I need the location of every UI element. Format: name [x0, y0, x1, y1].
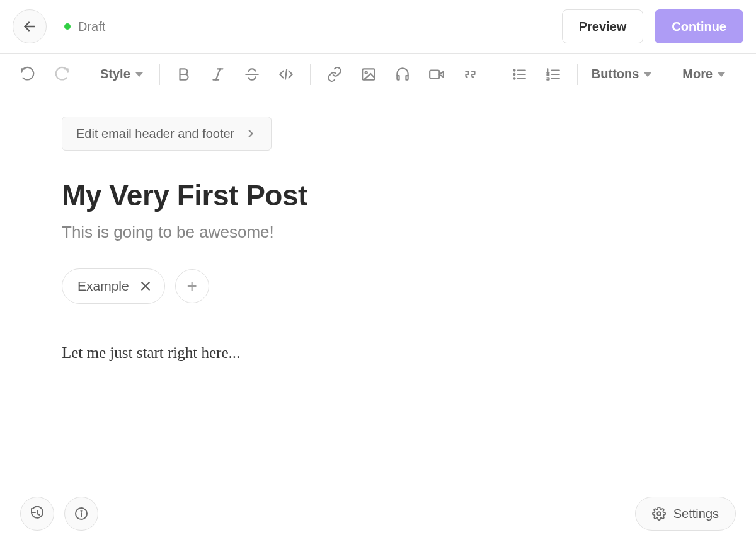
strikethrough-button[interactable]: [239, 62, 265, 87]
caret-down-icon: [644, 72, 651, 77]
numbered-list-icon: [545, 66, 561, 83]
image-icon: [360, 66, 377, 83]
toolbar-separator: [668, 64, 668, 85]
numbered-list-button[interactable]: [541, 62, 566, 87]
editor-toolbar: Style Buttons More: [0, 54, 756, 95]
chevron-right-icon: [244, 127, 257, 140]
arrow-left-icon: [21, 18, 38, 35]
undo-button[interactable]: [15, 62, 40, 87]
editor-content: Edit email header and footer My Very Fir…: [62, 95, 541, 542]
italic-icon: [210, 66, 226, 83]
status-dot-icon: [64, 23, 71, 30]
undo-icon: [20, 66, 36, 83]
post-body-input[interactable]: Let me just start right here...: [62, 340, 241, 366]
svg-point-12: [513, 78, 515, 79]
svg-line-3: [216, 69, 220, 79]
style-label: Style: [100, 67, 130, 81]
info-button[interactable]: [64, 497, 98, 531]
buttons-label: Buttons: [592, 67, 639, 81]
link-button[interactable]: [322, 62, 347, 87]
redo-icon: [54, 66, 70, 83]
svg-point-11: [513, 73, 515, 74]
settings-button[interactable]: Settings: [635, 497, 736, 531]
remove-tag-button[interactable]: [139, 280, 152, 292]
headphones-icon: [394, 66, 411, 83]
more-label: More: [682, 67, 713, 81]
code-icon: [278, 66, 294, 83]
more-dropdown[interactable]: More: [680, 67, 728, 81]
bold-icon: [176, 66, 192, 83]
redo-button[interactable]: [49, 62, 74, 87]
code-button[interactable]: [273, 62, 299, 87]
post-subtitle-input[interactable]: This is going to be awesome!: [62, 222, 541, 242]
body-text-content: Let me just start right here...: [62, 344, 240, 361]
svg-point-24: [657, 512, 661, 516]
history-icon: [30, 506, 45, 521]
svg-rect-8: [430, 70, 439, 78]
svg-line-5: [285, 69, 287, 79]
gear-icon: [652, 507, 666, 521]
history-button[interactable]: [20, 497, 54, 531]
email-hf-label: Edit email header and footer: [76, 127, 234, 141]
add-tag-button[interactable]: +: [175, 269, 209, 303]
tag-row: Example +: [62, 268, 541, 304]
audio-button[interactable]: [390, 62, 415, 87]
plus-icon: +: [187, 276, 197, 296]
settings-label: Settings: [673, 507, 719, 521]
continue-button[interactable]: Continue: [655, 9, 743, 43]
svg-point-10: [513, 69, 515, 71]
strikethrough-icon: [244, 66, 260, 83]
video-button[interactable]: [424, 62, 449, 87]
preview-button[interactable]: Preview: [562, 9, 644, 43]
svg-point-7: [365, 71, 367, 73]
toolbar-separator: [86, 64, 86, 85]
toolbar-separator: [159, 64, 160, 85]
bold-button[interactable]: [171, 62, 197, 87]
toolbar-separator: [310, 64, 311, 85]
image-button[interactable]: [356, 62, 381, 87]
buttons-dropdown[interactable]: Buttons: [589, 67, 655, 81]
quote-button[interactable]: [458, 62, 483, 87]
close-icon: [139, 280, 152, 292]
caret-down-icon: [135, 72, 143, 77]
bullet-list-icon: [511, 66, 527, 83]
toolbar-separator: [577, 64, 578, 85]
app-bar: Draft Preview Continue: [0, 0, 756, 54]
tag-label: Example: [77, 279, 129, 294]
link-icon: [326, 66, 343, 83]
text-caret: [241, 343, 241, 360]
quote-icon: [462, 66, 479, 83]
italic-button[interactable]: [205, 62, 231, 87]
toolbar-separator: [495, 64, 495, 85]
svg-rect-6: [362, 69, 375, 79]
editor-scroll[interactable]: Edit email header and footer My Very Fir…: [0, 95, 756, 542]
status-label: Draft: [78, 20, 105, 34]
bullet-list-button[interactable]: [507, 62, 532, 87]
style-dropdown[interactable]: Style: [98, 67, 146, 81]
svg-point-23: [81, 510, 82, 511]
tag-pill[interactable]: Example: [62, 268, 165, 304]
info-icon: [74, 506, 89, 521]
video-icon: [428, 66, 445, 83]
post-status: Draft: [64, 20, 105, 34]
caret-down-icon: [718, 72, 725, 77]
edit-email-header-footer-button[interactable]: Edit email header and footer: [62, 117, 272, 151]
post-title-input[interactable]: My Very First Post: [62, 178, 541, 212]
back-button[interactable]: [13, 9, 47, 43]
